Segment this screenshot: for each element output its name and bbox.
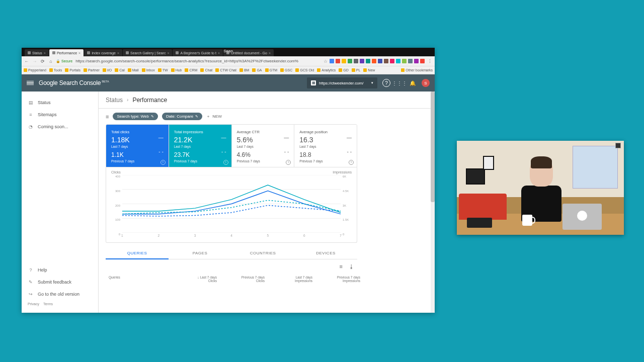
scrollbar-thumb[interactable] [431,92,435,202]
sidebar-item-feedback[interactable]: ✎ Submit feedback [22,276,98,288]
back-button[interactable]: ← [24,58,30,64]
extension-icon[interactable] [342,59,346,63]
sidebar-item-status[interactable]: ▤ Status [22,97,98,109]
tab-beginners-guide[interactable]: A Beginner's Guide to t× [173,49,222,56]
card-total-impressions[interactable]: Total impressions 21.2K Last 7 days — 23… [169,125,232,167]
tab-countries[interactable]: COUNTRIES [231,248,294,259]
bookmark-item[interactable]: GCS Old [295,68,314,72]
tab-index-coverage[interactable]: Index coverage× [84,49,122,56]
apps-button[interactable]: ⋮⋮⋮ [395,79,404,87]
maximize-icon[interactable] [615,143,621,148]
table-filter-icon[interactable]: ≡ [340,263,343,269]
bookmark-item[interactable]: CTW Chat [215,68,236,72]
close-icon[interactable]: × [117,51,119,55]
bookmark-item[interactable]: I/O [103,68,112,72]
card-average-position[interactable]: Average position 16.3 Last 7 days — 18.8… [294,125,357,167]
sidebar-item-old-version[interactable]: ↪ Go to the old version [22,288,98,300]
help-button[interactable]: ? [382,79,390,87]
bookmark-item[interactable]: Chat [200,68,212,72]
bookmark-item[interactable]: TW [158,68,168,72]
extension-icon[interactable] [396,59,400,63]
info-icon[interactable]: ? [349,160,354,165]
extension-icon[interactable] [330,59,334,63]
bookmark-item[interactable]: Analytics [317,68,336,72]
extension-icon[interactable] [420,59,425,63]
terms-link[interactable]: Terms [43,302,53,306]
reload-button[interactable]: ⟳ [40,58,46,64]
tab-status[interactable]: Status× [25,49,49,56]
info-icon[interactable]: ? [223,160,228,165]
th-last7-clicks[interactable]: ↓Last 7 daysClicks [169,276,217,283]
bookmark-item[interactable]: Hub [171,68,182,72]
chip-search-type[interactable]: Search type: Web ✎ [113,113,157,120]
secure-indicator[interactable]: 🔒 Secure [56,59,72,63]
tab-queries[interactable]: QUERIES [106,248,169,259]
card-value: 16.3 [299,136,352,144]
notifications-button[interactable]: 🔔 [409,79,417,87]
sidebar-item-help[interactable]: ? Help [22,264,98,276]
account-avatar[interactable]: S [422,79,430,87]
th-prev7-impr[interactable]: Previous 7 daysImpressions [312,276,360,283]
bookmark-item[interactable]: GA [252,68,262,72]
tab-pages[interactable]: PAGES [169,248,231,259]
forward-button[interactable]: → [32,58,38,64]
bookmark-item[interactable]: BM [239,68,250,72]
tab-search-gallery[interactable]: Search Gallery | Searc× [123,49,172,56]
close-icon[interactable]: × [44,51,46,55]
card-average-ctr[interactable]: Average CTR 5.6% Last 7 days — 4.6% Prev… [232,125,295,167]
tab-performance[interactable]: Performance× [49,49,84,56]
filter-icon[interactable]: ≡ [106,114,109,120]
extension-icon[interactable] [390,59,394,63]
extension-icon[interactable] [402,59,407,63]
card-total-clicks[interactable]: Total clicks 1.18K Last 7 days — 1.1K Pr… [106,125,169,167]
extension-icon[interactable] [354,59,358,63]
bookmark-item[interactable]: Mail [128,68,139,72]
close-icon[interactable]: × [269,51,271,55]
bookmark-item[interactable]: Portals [65,68,80,72]
sidebar-item-sitemaps[interactable]: ≡ Sitemaps [22,109,98,121]
close-icon[interactable]: × [78,51,80,55]
th-last7-impr[interactable]: Last 7 daysImpressions [265,276,312,283]
info-icon[interactable]: ? [286,160,291,165]
bookmark-item[interactable]: CRM [185,68,197,72]
extension-icon[interactable] [360,59,364,63]
close-icon[interactable]: × [167,51,169,55]
extension-icon[interactable] [348,59,352,63]
bookmark-item[interactable]: New [363,68,375,72]
extension-icon[interactable] [372,59,376,63]
bookmark-item[interactable]: Cal [115,68,125,72]
extension-icon[interactable] [366,59,370,63]
close-icon[interactable]: × [218,51,220,55]
th-queries[interactable]: Queries [109,276,169,283]
privacy-link[interactable]: Privacy [28,302,39,306]
tab-devices[interactable]: DEVICES [294,248,357,259]
extension-icon[interactable] [336,59,340,63]
bookmark-item[interactable]: Tools [49,68,62,72]
extension-icon[interactable] [408,59,413,63]
bookmark-item[interactable]: GD [339,68,349,72]
bookmark-item[interactable]: GTM [265,68,278,72]
property-selector[interactable]: ▦ https://ctweekender.com/ ▾ [307,77,377,88]
star-icon[interactable]: ☆ [324,59,328,64]
bookmark-item[interactable]: Partner [84,68,100,72]
th-prev7-clicks[interactable]: Previous 7 daysClicks [217,276,265,283]
extension-icon[interactable] [378,59,382,63]
menu-button[interactable]: ⋮ [427,58,433,64]
breadcrumb-status[interactable]: Status [106,97,123,104]
bookmark-item[interactable]: GSC [280,68,292,72]
chip-date[interactable]: Date: Compare ✎ [162,113,202,120]
card-sub-prev: Previous 7 days [111,159,164,163]
hamburger-button[interactable] [27,81,34,85]
bookmark-item[interactable]: Pepperland [24,68,46,72]
scrollbar-track[interactable] [431,92,435,313]
add-filter-button[interactable]: ＋ NEW [206,114,222,119]
info-icon[interactable]: ? [160,160,166,165]
extension-icon[interactable] [414,59,419,63]
bookmark-item[interactable]: Inbox [142,68,155,72]
home-button[interactable]: ⌂ [48,58,54,64]
bookmark-item[interactable]: PL [352,68,361,72]
extension-icon[interactable] [384,59,388,63]
download-icon[interactable]: ⭳ [349,263,354,269]
url-input[interactable]: https://search.google.com/search-console… [74,59,321,63]
bookmark-other[interactable]: Other bookmarks [401,68,433,72]
